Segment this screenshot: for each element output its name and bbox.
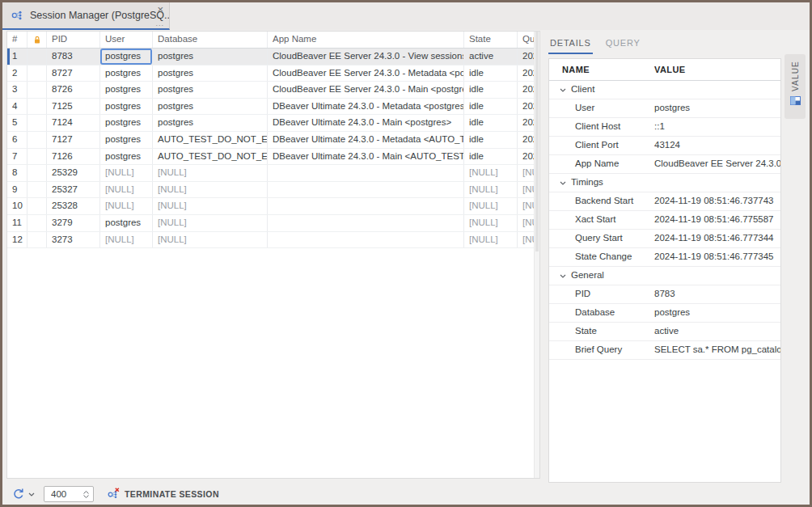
column-header-query[interactable]: Que bbox=[518, 32, 534, 48]
cell-state[interactable]: idle bbox=[464, 149, 518, 165]
cell-query[interactable]: 202 bbox=[518, 149, 534, 165]
cell-app-name[interactable]: DBeaver Ultimate 24.3.0 - Main <postgres… bbox=[268, 115, 464, 131]
cell-user[interactable]: postgres bbox=[100, 65, 153, 82]
cell-pid[interactable]: 25327 bbox=[47, 182, 100, 198]
cell-database[interactable]: [NULL] bbox=[153, 232, 268, 248]
cell-pid[interactable]: 3273 bbox=[47, 232, 100, 248]
cell-query[interactable]: [NU bbox=[518, 182, 534, 198]
cell-app-name[interactable]: CloudBeaver EE Server 24.3.0 - View sess… bbox=[268, 49, 464, 65]
cell-state[interactable]: [NULL] bbox=[464, 182, 518, 198]
tab-session-manager[interactable]: Session Manager (PostgreSQ... × ... bbox=[2, 2, 170, 30]
cell-user[interactable]: postgres bbox=[100, 149, 153, 165]
cell-user[interactable]: postgres bbox=[100, 82, 153, 98]
cell-app-name[interactable] bbox=[268, 215, 464, 231]
cell-user[interactable]: postgres bbox=[100, 215, 153, 231]
tab-details[interactable]: DETAILS bbox=[548, 33, 593, 54]
table-row[interactable]: 9 25327 [NULL] [NULL] [NULL] [NU bbox=[7, 182, 534, 199]
details-group-row[interactable]: Client bbox=[549, 81, 780, 99]
cell-state[interactable]: [NULL] bbox=[464, 215, 518, 231]
details-row[interactable]: Brief Query SELECT sa.* FROM pg_catalog bbox=[549, 341, 780, 360]
cell-database[interactable]: [NULL] bbox=[153, 215, 268, 231]
cell-query[interactable]: 202 bbox=[518, 65, 534, 82]
details-row[interactable]: State active bbox=[549, 323, 780, 341]
cell-database[interactable]: [NULL] bbox=[153, 182, 268, 198]
table-row[interactable]: 8 25329 [NULL] [NULL] [NULL] [NU bbox=[7, 165, 534, 182]
cell-query[interactable]: [NU bbox=[518, 215, 534, 231]
cell-app-name[interactable]: DBeaver Ultimate 24.3.0 - Metadata <AUTO… bbox=[268, 132, 464, 148]
cell-query[interactable]: 202 bbox=[518, 99, 534, 115]
cell-number[interactable]: 3 bbox=[7, 82, 27, 98]
spinner-down-icon[interactable] bbox=[83, 495, 89, 498]
details-row[interactable]: Query Start 2024-11-19 08:51:46.777344 bbox=[549, 230, 780, 248]
spinner-up-icon[interactable] bbox=[83, 491, 89, 494]
cell-lock[interactable] bbox=[27, 99, 47, 115]
cell-number[interactable]: 2 bbox=[7, 65, 27, 82]
cell-number[interactable]: 6 bbox=[7, 132, 27, 148]
details-row[interactable]: Client Host ::1 bbox=[549, 118, 780, 137]
cell-state[interactable]: idle bbox=[464, 99, 518, 115]
cell-database[interactable]: AUTO_TEST_DO_NOT_EDIT bbox=[153, 149, 268, 165]
value-panel-tab[interactable]: VALUE bbox=[785, 54, 806, 119]
terminate-session-button[interactable]: TERMINATE SESSION bbox=[107, 488, 219, 501]
refresh-interval-input[interactable] bbox=[44, 489, 80, 499]
details-row[interactable]: App Name CloudBeaver EE Server 24.3.0 - bbox=[549, 155, 780, 174]
cell-app-name[interactable] bbox=[268, 182, 464, 198]
cell-query[interactable]: 202 bbox=[518, 132, 534, 148]
cell-lock[interactable] bbox=[27, 232, 47, 248]
details-group-row[interactable]: Timings bbox=[549, 174, 780, 192]
cell-user[interactable]: postgres bbox=[100, 99, 153, 115]
cell-number[interactable]: 7 bbox=[7, 149, 27, 165]
cell-database[interactable]: postgres bbox=[153, 49, 268, 65]
cell-state[interactable]: [NULL] bbox=[464, 165, 518, 181]
details-row[interactable]: Client Port 43124 bbox=[549, 137, 780, 155]
cell-database[interactable]: postgres bbox=[153, 115, 268, 131]
cell-user[interactable]: postgres bbox=[100, 49, 153, 65]
cell-state[interactable]: [NULL] bbox=[464, 198, 518, 214]
cell-number[interactable]: 8 bbox=[7, 165, 27, 181]
cell-number[interactable]: 5 bbox=[7, 115, 27, 131]
details-row[interactable]: Xact Start 2024-11-19 08:51:46.775587 bbox=[549, 211, 780, 230]
cell-pid[interactable]: 25328 bbox=[47, 198, 100, 214]
table-vertical-scrollbar[interactable] bbox=[534, 32, 539, 478]
cell-query[interactable]: 202 bbox=[518, 82, 534, 98]
cell-lock[interactable] bbox=[27, 198, 47, 214]
cell-lock[interactable] bbox=[27, 82, 47, 98]
cell-query[interactable]: [NU bbox=[518, 165, 534, 181]
details-row[interactable]: Database postgres bbox=[549, 304, 780, 323]
table-row[interactable]: 3 8726 postgres postgres CloudBeaver EE … bbox=[7, 82, 534, 99]
cell-app-name[interactable]: DBeaver Ultimate 24.3.0 - Metadata <post… bbox=[268, 99, 464, 115]
cell-pid[interactable]: 25329 bbox=[47, 165, 100, 181]
cell-database[interactable]: postgres bbox=[153, 82, 268, 98]
refresh-button[interactable] bbox=[12, 488, 25, 501]
cell-app-name[interactable]: CloudBeaver EE Server 24.3.0 - Main <pos… bbox=[268, 82, 464, 98]
cell-user[interactable]: [NULL] bbox=[100, 182, 153, 198]
refresh-dropdown-icon[interactable] bbox=[28, 492, 35, 496]
details-row[interactable]: PID 8783 bbox=[549, 285, 780, 304]
column-header-pid[interactable]: PID bbox=[47, 32, 100, 48]
cell-lock[interactable] bbox=[27, 115, 47, 131]
cell-number[interactable]: 11 bbox=[7, 215, 27, 231]
cell-pid[interactable]: 7126 bbox=[47, 149, 100, 165]
table-row[interactable]: 12 3273 [NULL] [NULL] [NULL] [NU bbox=[7, 232, 534, 249]
cell-pid[interactable]: 3279 bbox=[47, 215, 100, 231]
cell-pid[interactable]: 8726 bbox=[47, 82, 100, 98]
scrollbar-thumb[interactable] bbox=[535, 32, 539, 251]
cell-lock[interactable] bbox=[27, 165, 47, 181]
details-row[interactable]: Backend Start 2024-11-19 08:51:46.737743 bbox=[549, 192, 780, 211]
cell-database[interactable]: postgres bbox=[153, 99, 268, 115]
cell-number[interactable]: 9 bbox=[7, 182, 27, 198]
cell-app-name[interactable] bbox=[268, 232, 464, 248]
cell-state[interactable]: idle bbox=[464, 65, 518, 82]
column-header-lock[interactable] bbox=[27, 32, 47, 48]
cell-query[interactable]: [NU bbox=[518, 232, 534, 248]
cell-state[interactable]: active bbox=[464, 49, 518, 65]
column-header-app-name[interactable]: App Name bbox=[268, 32, 464, 48]
tab-close-icon[interactable]: × bbox=[157, 4, 163, 15]
column-header-number[interactable]: # bbox=[7, 32, 27, 48]
cell-query[interactable]: 202 bbox=[518, 115, 534, 131]
cell-pid[interactable]: 7124 bbox=[47, 115, 100, 131]
table-row[interactable]: 7 7126 postgres AUTO_TEST_DO_NOT_EDIT DB… bbox=[7, 149, 534, 166]
column-header-database[interactable]: Database bbox=[153, 32, 268, 48]
cell-lock[interactable] bbox=[27, 149, 47, 165]
cell-database[interactable]: [NULL] bbox=[153, 198, 268, 214]
